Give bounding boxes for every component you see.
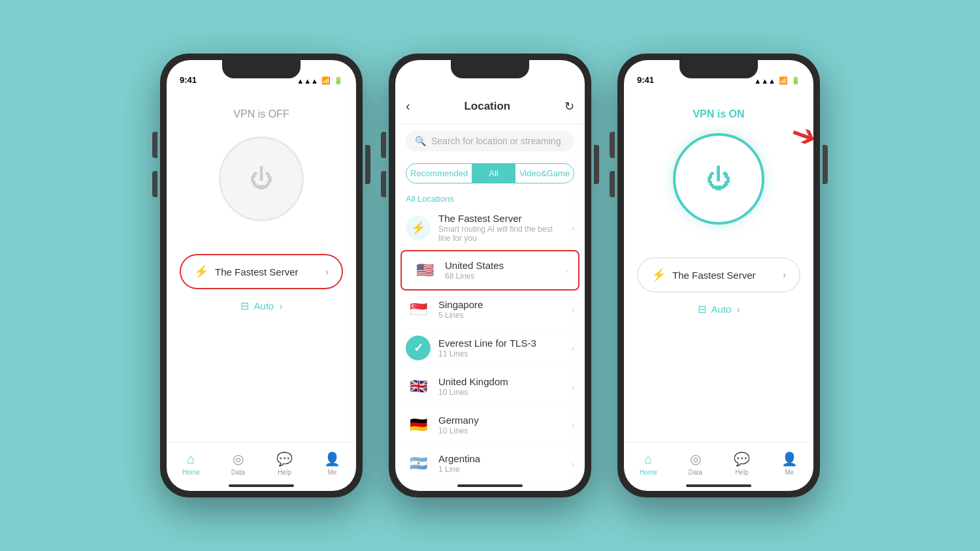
- fastest-server-button[interactable]: ⚡ The Fastest Server ›: [180, 254, 343, 289]
- flag-sg: 🇸🇬: [406, 297, 431, 322]
- auto-label-3: Auto: [711, 304, 732, 315]
- power-circle-off[interactable]: ⏻: [219, 136, 304, 221]
- tab-all[interactable]: All: [472, 164, 515, 183]
- home-icon-1: ⌂: [187, 452, 195, 467]
- flag-tls: ✓: [406, 336, 431, 360]
- loc-chevron-us: ›: [565, 266, 568, 276]
- data-icon-1: ◎: [233, 451, 244, 467]
- tab-help-label-1: Help: [278, 469, 291, 476]
- location-tab-group: Recommended All Video&Game: [406, 163, 574, 183]
- loc-info-sg: Singapore 5 Lines: [438, 299, 564, 320]
- tab-me-1[interactable]: 👤 Me: [324, 451, 340, 476]
- back-button[interactable]: ‹: [406, 99, 410, 114]
- tab-home-1[interactable]: ⌂ Home: [182, 452, 200, 476]
- loc-name-sg: Singapore: [438, 299, 564, 310]
- loc-lines-us: 68 Lines: [445, 272, 557, 281]
- loc-chevron-tls: ›: [572, 343, 574, 353]
- search-placeholder: Search for location or streaming: [431, 136, 561, 146]
- tab-bar-1: ⌂ Home ◎ Data 💬 Help 👤 Me: [167, 442, 356, 491]
- tab-me-label-3: Me: [785, 469, 794, 476]
- loc-chevron-uk: ›: [572, 382, 574, 392]
- loc-name-tls: Everest Line for TLS-3: [438, 338, 564, 349]
- battery-icon: 🔋: [334, 76, 343, 85]
- flag-us: 🇺🇸: [412, 258, 437, 283]
- auto-icon: ⊟: [240, 300, 249, 312]
- tab-data-1[interactable]: ◎ Data: [231, 451, 245, 476]
- loc-chevron-de: ›: [572, 420, 574, 430]
- loc-name-uk: United Kingdom: [438, 376, 564, 387]
- loc-info-tls: Everest Line for TLS-3 11 Lines: [438, 338, 564, 358]
- loc-name-de: Germany: [438, 415, 564, 426]
- loc-chevron-fastest: ›: [572, 223, 574, 233]
- phone-2: ‹ Location ↻ 🔍 Search for location or st…: [389, 54, 591, 497]
- signal-icon-3: ▲▲▲: [754, 77, 776, 85]
- auto-button-3[interactable]: ⊟ Auto ›: [698, 303, 740, 315]
- me-icon-3: 👤: [781, 451, 798, 467]
- bolt-icon: ⚡: [194, 264, 208, 279]
- tab-videogame[interactable]: Video&Game: [515, 164, 574, 183]
- notch-2: [451, 60, 529, 78]
- auto-button[interactable]: ⊟ Auto ›: [240, 300, 283, 312]
- wifi-icon-3: 📶: [779, 76, 788, 85]
- tab-help-3[interactable]: 💬 Help: [734, 451, 750, 476]
- home-bar-2: [457, 484, 523, 487]
- status-time-1: 9:41: [180, 75, 197, 85]
- auto-chevron-3: ›: [736, 304, 740, 315]
- auto-label: Auto: [254, 300, 274, 311]
- fastest-server-button-3[interactable]: ⚡ The Fastest Server ›: [637, 257, 800, 292]
- loc-item-uk[interactable]: 🇬🇧 United Kingdom 10 Lines ›: [395, 368, 585, 406]
- loc-lines-de: 10 Lines: [438, 426, 564, 435]
- bolt-icon-3: ⚡: [651, 268, 666, 282]
- loc-item-tls[interactable]: ✓ Everest Line for TLS-3 11 Lines ›: [395, 329, 585, 368]
- vpn-status-on: VPN is ON: [693, 108, 744, 120]
- fastest-server-icon: ⚡: [406, 215, 431, 240]
- refresh-button[interactable]: ↻: [564, 99, 574, 114]
- home-bar-1: [229, 484, 294, 487]
- tab-data-3[interactable]: ◎ Data: [689, 451, 702, 476]
- server-button-left-3: ⚡ The Fastest Server: [651, 268, 756, 282]
- notch-1: [222, 60, 301, 78]
- loc-lines-tls: 11 Lines: [438, 349, 564, 358]
- tab-home-3[interactable]: ⌂ Home: [640, 452, 657, 476]
- power-icon-off: ⏻: [250, 165, 273, 193]
- location-title: Location: [464, 100, 510, 113]
- loc-lines-sg: 5 Lines: [438, 311, 564, 320]
- tab-me-3[interactable]: 👤 Me: [781, 451, 798, 476]
- help-icon-3: 💬: [734, 451, 750, 467]
- loc-name-fastest: The Fastest Server: [438, 213, 564, 224]
- loc-item-ar[interactable]: 🇦🇷 Argentina 1 Line ›: [395, 445, 585, 483]
- signal-icon: ▲▲▲: [297, 77, 318, 85]
- loc-info-fastest: The Fastest Server Smart routing AI will…: [438, 213, 564, 243]
- loc-info-uk: United Kingdom 10 Lines: [438, 376, 564, 397]
- loc-chevron-ar: ›: [572, 459, 574, 469]
- vpn-status-off: VPN is OFF: [233, 108, 289, 120]
- loc-lines-uk: 10 Lines: [438, 388, 564, 397]
- loc-item-sg[interactable]: 🇸🇬 Singapore 5 Lines ›: [395, 291, 585, 329]
- loc-chevron-sg: ›: [572, 305, 574, 315]
- loc-info-ar: Argentina 1 Line: [438, 453, 564, 474]
- power-circle-wrapper: ⏻ ➔: [673, 133, 764, 257]
- notch-3: [679, 60, 758, 78]
- tab-home-label-3: Home: [640, 469, 657, 476]
- tab-home-label-1: Home: [182, 469, 200, 476]
- server-label-3: The Fastest Server: [672, 270, 756, 281]
- me-icon-1: 👤: [324, 451, 340, 467]
- loc-item-de[interactable]: 🇩🇪 Germany 10 Lines ›: [395, 406, 585, 445]
- status-icons-1: ▲▲▲ 📶 🔋: [297, 76, 343, 85]
- flag-ar: 🇦🇷: [406, 451, 431, 476]
- auto-chevron: ›: [279, 300, 282, 311]
- phone-3: 9:41 ▲▲▲ 📶 🔋 VPN is ON ⏻ ➔ ⚡ The Fastest…: [617, 54, 820, 497]
- status-icons-3: ▲▲▲ 📶 🔋: [754, 76, 800, 85]
- status-time-3: 9:41: [637, 75, 654, 85]
- flag-uk: 🇬🇧: [406, 374, 431, 399]
- tab-recommended[interactable]: Recommended: [406, 164, 472, 183]
- search-bar[interactable]: 🔍 Search for location or streaming: [406, 131, 574, 151]
- loc-item-fastest[interactable]: ⚡ The Fastest Server Smart routing AI wi…: [395, 206, 585, 250]
- flag-au: 🇦🇺: [406, 490, 431, 491]
- search-icon: 🔍: [415, 136, 426, 146]
- loc-item-us[interactable]: 🇺🇸 United States 68 Lines ›: [400, 250, 580, 291]
- tab-help-1[interactable]: 💬 Help: [276, 451, 293, 476]
- power-circle-on[interactable]: ⏻: [673, 133, 764, 225]
- phone-1: 9:41 ▲▲▲ 📶 🔋 VPN is OFF ⏻ ⚡ The Fastest …: [160, 54, 363, 497]
- location-header: ‹ Location ↻: [395, 89, 585, 124]
